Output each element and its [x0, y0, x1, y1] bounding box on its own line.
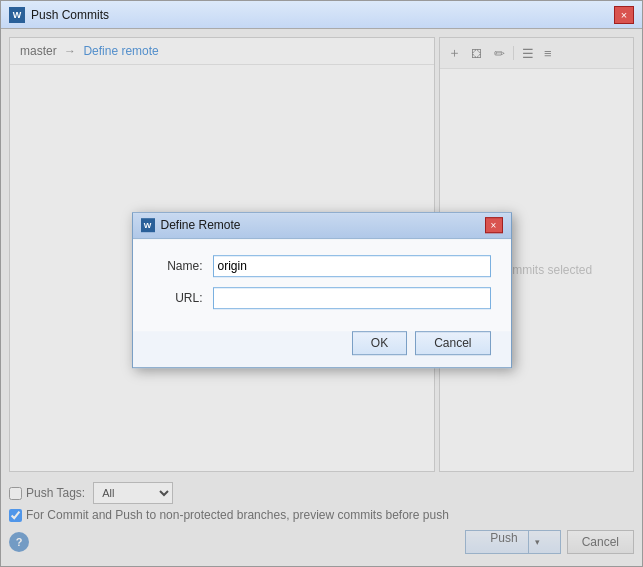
define-remote-dialog: W Define Remote × Name: URL: OK Cance	[132, 212, 512, 368]
main-content: master → Define remote ＋ ⛋ ✏ ☰ ≡ No comm…	[1, 29, 642, 566]
dialog-name-row: Name:	[153, 255, 491, 277]
window-title: Push Commits	[31, 8, 614, 22]
dialog-title-bar: W Define Remote ×	[133, 213, 511, 239]
dialog-ok-button[interactable]: OK	[352, 331, 407, 355]
dialog-url-row: URL:	[153, 287, 491, 309]
dialog-app-icon: W	[141, 218, 155, 232]
dialog-name-label: Name:	[153, 259, 203, 273]
title-bar: W Push Commits ×	[1, 1, 642, 29]
dialog-footer: OK Cancel	[133, 331, 511, 367]
dialog-close-button[interactable]: ×	[485, 217, 503, 233]
dialog-title: Define Remote	[161, 218, 485, 232]
dialog-body: Name: URL:	[133, 239, 511, 331]
app-icon: W	[9, 7, 25, 23]
window-close-button[interactable]: ×	[614, 6, 634, 24]
dialog-name-input[interactable]	[213, 255, 491, 277]
dialog-url-input[interactable]	[213, 287, 491, 309]
dialog-url-label: URL:	[153, 291, 203, 305]
dialog-cancel-button[interactable]: Cancel	[415, 331, 490, 355]
main-window: W Push Commits × master → Define remote …	[0, 0, 643, 567]
